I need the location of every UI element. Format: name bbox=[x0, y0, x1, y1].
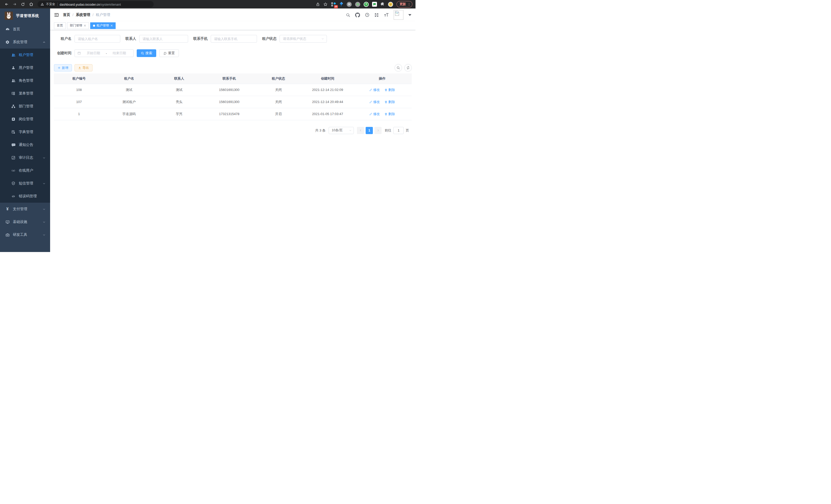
page-number-button[interactable]: 1 bbox=[366, 127, 373, 134]
message-bubble-icon bbox=[11, 143, 16, 147]
tenant-name-input[interactable] bbox=[75, 35, 120, 42]
sidebar-item-payment[interactable]: ¥ 支付管理 bbox=[0, 203, 50, 215]
y-glyph: Y bbox=[364, 2, 368, 6]
refresh-table-button[interactable] bbox=[404, 64, 412, 71]
browser-home-button[interactable] bbox=[28, 1, 34, 8]
edit-link[interactable]: 修改 bbox=[369, 88, 380, 92]
help-doc-button[interactable]: ? bbox=[365, 12, 370, 17]
column-header-actions: 操作 bbox=[352, 73, 412, 84]
export-button[interactable]: 导出 bbox=[75, 64, 92, 71]
status-select[interactable]: 请选择租户状态 bbox=[280, 35, 327, 42]
extension-tag-assistant-icon[interactable]: 10 bbox=[331, 2, 336, 7]
sidebar-item-system[interactable]: 系统管理 bbox=[0, 36, 50, 49]
goto-page-input[interactable] bbox=[393, 127, 404, 134]
sidebar-item-audit-log[interactable]: 审计日志 bbox=[0, 151, 50, 164]
question-glyph: ? bbox=[366, 13, 368, 16]
github-link-button[interactable] bbox=[355, 12, 360, 18]
sidebar-item-dev-tools[interactable]: 研发工具 bbox=[0, 228, 50, 241]
delete-link[interactable]: 删除 bbox=[384, 100, 395, 104]
delete-link[interactable]: 删除 bbox=[384, 112, 395, 116]
user-avatar[interactable] bbox=[394, 10, 403, 20]
extensions-menu-button[interactable] bbox=[380, 2, 385, 6]
table-row[interactable]: 1 芋道源码 芋艿 17321315478 开启 2021-01-05 17:0… bbox=[54, 108, 412, 120]
contact-input[interactable] bbox=[139, 35, 188, 42]
sidebar-item-post[interactable]: 岗位管理 bbox=[0, 113, 50, 126]
security-label[interactable]: 不安全 bbox=[46, 2, 55, 6]
fullscreen-icon bbox=[374, 13, 379, 17]
browser-forward-button[interactable] bbox=[11, 1, 18, 8]
bookmark-button[interactable] bbox=[323, 2, 327, 6]
table-row[interactable]: 107 测试租户 秃头 15601691300 关闭 2021-12-14 20… bbox=[54, 96, 412, 108]
breadcrumb-system[interactable]: 系统管理 bbox=[76, 12, 90, 17]
sidebar-item-sms[interactable]: 短信管理 bbox=[0, 177, 50, 190]
tag-home[interactable]: 首页 bbox=[54, 22, 66, 29]
extension-recorder-icon[interactable] bbox=[355, 2, 360, 7]
browser-reload-button[interactable] bbox=[20, 1, 26, 8]
sidebar-item-notice[interactable]: 通知公告 bbox=[0, 139, 50, 151]
sidebar-item-tenant[interactable]: 租户管理 bbox=[0, 49, 50, 61]
sidebar-item-home[interactable]: 首页 bbox=[0, 23, 50, 36]
chevron-down-icon bbox=[321, 37, 324, 40]
share-button[interactable] bbox=[316, 2, 320, 6]
sidebar-item-menu[interactable]: 菜单管理 bbox=[0, 87, 50, 100]
extension-kite-icon[interactable] bbox=[339, 2, 343, 7]
cell-created: 2021-12-14 20:49:44 bbox=[303, 96, 352, 108]
browser-back-button[interactable] bbox=[3, 1, 10, 8]
sidebar-item-infra[interactable]: 基础设施 bbox=[0, 215, 50, 228]
sidebar-item-error-code[interactable]: 错误码管理 bbox=[0, 190, 50, 203]
extension-y-app-icon[interactable]: Y bbox=[364, 2, 369, 7]
tag-dept[interactable]: 部门管理 bbox=[67, 22, 89, 29]
sidebar-item-label: 支付管理 bbox=[13, 207, 27, 211]
font-size-button[interactable] bbox=[384, 12, 389, 17]
sidebar-item-user[interactable]: 用户管理 bbox=[0, 61, 50, 74]
search-button[interactable]: 搜索 bbox=[137, 49, 156, 57]
sidebar-item-label: 角色管理 bbox=[19, 78, 33, 83]
cell-actions: 修改 删除 bbox=[352, 108, 412, 120]
profile-avatar-icon[interactable] bbox=[388, 2, 393, 7]
extension-chat-icon[interactable] bbox=[372, 2, 377, 7]
delete-link-label: 删除 bbox=[388, 100, 395, 104]
address-bar[interactable]: 不安全 dashboard.yudao.iocoder.cn/system/te… bbox=[37, 1, 154, 7]
sidebar-item-dept[interactable]: 部门管理 bbox=[0, 100, 50, 113]
pagination-total: 共 3 条 bbox=[315, 128, 325, 133]
tag-close-button[interactable] bbox=[84, 24, 86, 27]
url-text[interactable]: dashboard.yudao.iocoder.cn/system/tenant bbox=[60, 2, 121, 7]
phone-input[interactable] bbox=[211, 35, 257, 42]
sidebar-item-label: 岗位管理 bbox=[19, 117, 33, 121]
sidebar-item-dict[interactable]: 字典管理 bbox=[0, 126, 50, 139]
column-header-contact: 联系人 bbox=[154, 73, 204, 84]
delete-link[interactable]: 删除 bbox=[384, 88, 395, 92]
edit-link[interactable]: 修改 bbox=[369, 100, 380, 104]
header-search-button[interactable] bbox=[346, 13, 350, 17]
dashboard-icon bbox=[5, 27, 10, 32]
app-logo bbox=[5, 11, 13, 20]
app-logo-row[interactable]: 芋道管理系统 bbox=[0, 8, 50, 23]
sidebar-fold-button[interactable] bbox=[54, 12, 59, 17]
dict-book-icon bbox=[11, 130, 16, 134]
edit-link[interactable]: 修改 bbox=[369, 112, 380, 116]
breadcrumb-home[interactable]: 首页 bbox=[63, 12, 70, 17]
prev-page-button[interactable] bbox=[357, 127, 364, 134]
table-row[interactable]: 108 测试 测试 15601691300 关闭 2021-12-14 21:0… bbox=[54, 84, 412, 96]
avatar-dropdown-caret[interactable] bbox=[408, 14, 411, 16]
tag-tenant[interactable]: 租户管理 bbox=[90, 22, 116, 29]
sidebar-item-role[interactable]: 角色管理 bbox=[0, 74, 50, 87]
page-size-select[interactable]: 10条/页 bbox=[328, 127, 354, 134]
create-time-range-picker[interactable]: 开始日期 - 结束日期 bbox=[75, 49, 134, 57]
tag-close-button[interactable] bbox=[111, 24, 113, 27]
fullscreen-button[interactable] bbox=[374, 13, 379, 17]
font-size-icon bbox=[384, 12, 389, 17]
toggle-search-button[interactable] bbox=[395, 64, 402, 71]
system-submenu: 租户管理 用户管理 角色管理 bbox=[0, 49, 50, 203]
browser-update-button[interactable]: 更新 bbox=[397, 1, 412, 7]
add-button[interactable]: 新增 bbox=[54, 64, 72, 71]
search-icon bbox=[397, 66, 400, 69]
next-page-button[interactable] bbox=[374, 127, 381, 134]
shield-check-icon bbox=[11, 181, 16, 185]
extension-command-icon[interactable]: ⌘ bbox=[347, 2, 352, 7]
reset-button[interactable]: 重置 bbox=[159, 49, 179, 57]
column-header-phone: 联系手机 bbox=[204, 73, 254, 84]
cell-status: 开启 bbox=[254, 108, 303, 120]
sidebar-item-online-users[interactable]: 在线用户 bbox=[0, 164, 50, 177]
cell-phone: 15601691300 bbox=[204, 84, 254, 96]
